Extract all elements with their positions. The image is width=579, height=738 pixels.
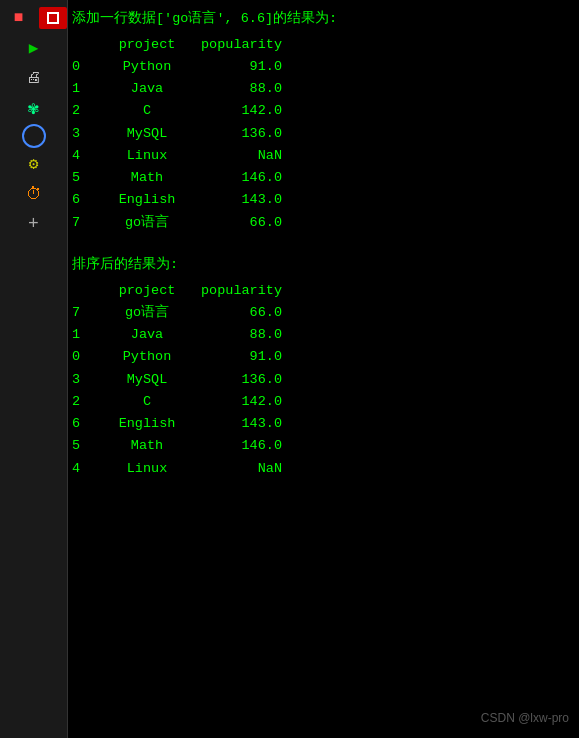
table-row: 7 go语言 66.0 (72, 212, 571, 234)
svg-rect-1 (49, 14, 57, 22)
table-row: 1 Java 88.0 (72, 78, 571, 100)
table2: project popularity 7 go语言 66.0 1 Java 88… (72, 280, 571, 480)
print-icon[interactable]: 🖨 (16, 64, 52, 92)
sidebar: ■ ▶ 🖨 ✾ ⚙ ⏱ + (0, 0, 68, 738)
col-project-header2: project (102, 280, 192, 302)
table-row: 0 Python 91.0 (72, 346, 571, 368)
gap (72, 234, 571, 254)
table-row: 2 C 142.0 (72, 391, 571, 413)
play-icon[interactable]: ▶ (16, 34, 52, 62)
table1-header: project popularity (72, 34, 571, 56)
table-row: 7 go语言 66.0 (72, 302, 571, 324)
table-row: 6 English 143.0 (72, 189, 571, 211)
table1: project popularity 0 Python 91.0 1 Java … (72, 34, 571, 234)
col-popularity-header2: popularity (192, 280, 282, 302)
plus-icon[interactable]: + (16, 210, 52, 238)
table-row: 6 English 143.0 (72, 413, 571, 435)
watermark: CSDN @lxw-pro (481, 709, 569, 728)
section2-title: 排序后的结果为: (72, 254, 571, 276)
table-row: 0 Python 91.0 (72, 56, 571, 78)
red-square-icon: ■ (1, 4, 37, 32)
table2-header: project popularity (72, 280, 571, 302)
col-idx-header2 (72, 280, 102, 302)
table-row: 5 Math 146.0 (72, 167, 571, 189)
stop-icon[interactable] (39, 7, 67, 29)
table-row: 1 Java 88.0 (72, 324, 571, 346)
loop-icon[interactable] (22, 124, 46, 148)
col-popularity-header: popularity (192, 34, 282, 56)
col-idx-header (72, 34, 102, 56)
table-row: 3 MySQL 136.0 (72, 369, 571, 391)
clock-icon[interactable]: ⏱ (16, 180, 52, 208)
gear-icon[interactable]: ⚙ (16, 150, 52, 178)
header-line: 添加一行数据['go语言', 6.6]的结果为: (72, 8, 571, 30)
branch-icon[interactable]: ✾ (16, 94, 52, 122)
col-project-header: project (102, 34, 192, 56)
table-row: 2 C 142.0 (72, 100, 571, 122)
table-row: 4 Linux NaN (72, 458, 571, 480)
main-content: 添加一行数据['go语言', 6.6]的结果为: project popular… (68, 0, 579, 738)
table-row: 5 Math 146.0 (72, 435, 571, 457)
table-row: 3 MySQL 136.0 (72, 123, 571, 145)
table-row: 4 Linux NaN (72, 145, 571, 167)
